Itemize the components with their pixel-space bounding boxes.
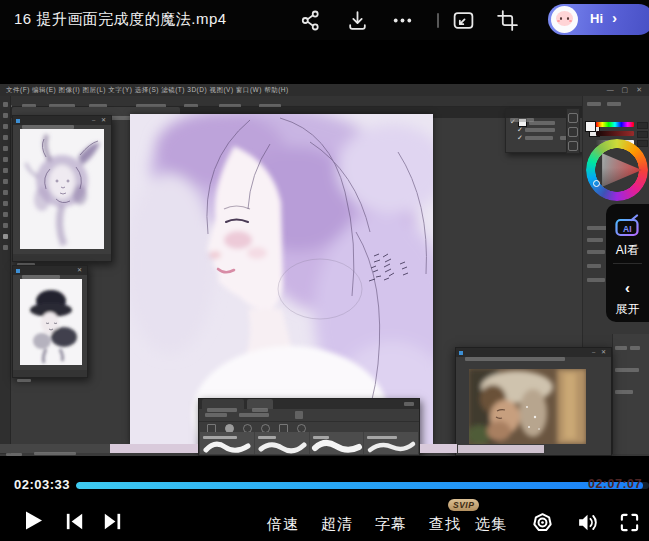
- checkmark-icon[interactable]: ✓: [517, 134, 523, 141]
- ps-status-bar: [0, 444, 110, 453]
- download-icon[interactable]: [346, 9, 369, 32]
- toolbar-separator: [437, 13, 439, 28]
- pip-icon[interactable]: [452, 9, 475, 32]
- brush-preset[interactable]: [255, 432, 310, 454]
- brush-preset[interactable]: [310, 432, 365, 454]
- episodes-button[interactable]: 选集: [475, 515, 507, 534]
- side-overlay-panel: AI AI看 ‹ 展开: [606, 204, 649, 322]
- chevron-right-icon: ›: [612, 9, 617, 26]
- ai-view-label: AI看: [606, 242, 649, 259]
- previous-button[interactable]: [63, 510, 86, 533]
- next-button[interactable]: [101, 510, 124, 533]
- top-bar: 16 提升画面完成度的魔法.mp4: [0, 0, 649, 40]
- ai-view-button[interactable]: AI AI看: [606, 204, 649, 259]
- ai-camera-icon: AI: [614, 214, 642, 238]
- window-status-bar: [13, 254, 111, 261]
- ps-floating-window-sketch1[interactable]: – ✕: [12, 115, 112, 262]
- quality-button[interactable]: 超清: [321, 515, 353, 534]
- crop-icon[interactable]: [496, 9, 519, 32]
- ps-main-canvas-artwork[interactable]: [130, 114, 433, 444]
- window-title-bar[interactable]: ✕: [13, 266, 87, 275]
- close-icon[interactable]: – ✕: [92, 116, 108, 125]
- speed-button[interactable]: 倍速: [267, 515, 299, 534]
- share-icon[interactable]: [299, 9, 322, 32]
- ps-floating-window-sketch2[interactable]: ✕: [12, 265, 88, 378]
- progress-fill[interactable]: [76, 482, 643, 489]
- current-time: 02:03:33: [14, 477, 70, 492]
- more-icon[interactable]: [391, 9, 414, 32]
- eye-icon[interactable]: [531, 511, 554, 534]
- ps-layers-panel[interactable]: [612, 334, 649, 454]
- status-strip-segment: [420, 444, 457, 453]
- hue-slider[interactable]: [596, 122, 634, 127]
- volume-icon[interactable]: [576, 511, 599, 534]
- slider-value-box[interactable]: [637, 122, 648, 129]
- video-title: 16 提升画面完成度的魔法.mp4: [14, 10, 227, 29]
- red-channel-slider[interactable]: [596, 131, 634, 136]
- ps-menu-bar: 文件(F) 编辑(E) 图像(I) 图层(L) 文字(Y) 选择(S) 滤镜(T…: [0, 84, 649, 96]
- video-player: 16 提升画面完成度的魔法.mp4: [0, 0, 649, 541]
- hue-cursor[interactable]: [593, 180, 600, 187]
- ps-window-controls: — ▢ ✕: [607, 84, 645, 96]
- slider-value-box[interactable]: [637, 131, 648, 138]
- mascot-avatar: [551, 6, 578, 33]
- window-status-bar: [13, 370, 87, 377]
- ps-brush-panel[interactable]: [198, 398, 420, 456]
- creature-sketch: [20, 129, 104, 249]
- svg-text:AI: AI: [623, 224, 632, 234]
- brush-tab[interactable]: [247, 399, 273, 409]
- play-button[interactable]: [20, 508, 45, 533]
- fullscreen-icon[interactable]: [619, 512, 640, 533]
- brush-preset-list[interactable]: [200, 432, 418, 454]
- subtitles-button[interactable]: 字幕: [375, 515, 407, 534]
- ps-toolbar: [0, 96, 11, 454]
- ps-floating-window-photo[interactable]: – ✕: [455, 347, 612, 456]
- expand-label: 展开: [606, 301, 649, 318]
- portrait-painting: [130, 114, 433, 444]
- hat-character-sketch: [20, 279, 82, 365]
- close-icon[interactable]: – ✕: [592, 348, 608, 357]
- total-duration: 02:07:07: [588, 477, 642, 491]
- window-title-bar[interactable]: – ✕: [456, 348, 611, 357]
- expand-button[interactable]: ‹ 展开: [606, 259, 649, 318]
- find-button[interactable]: 查找: [429, 515, 461, 534]
- ps-options-bar: [0, 96, 649, 107]
- ps-menu-text: 文件(F) 编辑(E) 图像(I) 图层(L) 文字(Y) 选择(S) 滤镜(T…: [6, 86, 289, 93]
- status-strip-segment: [110, 444, 198, 453]
- brush-preset[interactable]: [364, 432, 418, 454]
- svip-badge[interactable]: SVIP: [448, 499, 479, 511]
- ps-color-wheel[interactable]: [586, 139, 648, 201]
- progress-bar[interactable]: [76, 482, 649, 489]
- chevron-left-icon: ‹: [606, 281, 649, 295]
- window-title-bar[interactable]: – ✕: [13, 116, 111, 125]
- ps-collapsed-panel-strip[interactable]: [566, 108, 580, 154]
- assistant-greeting: Hi: [590, 11, 603, 26]
- checkmark-icon[interactable]: ✓: [517, 126, 523, 133]
- brush-preset[interactable]: [200, 432, 255, 454]
- ps-foreground-color-swatch[interactable]: [585, 121, 596, 132]
- brush-settings-tab[interactable]: [202, 399, 244, 409]
- assistant-avatar-button[interactable]: Hi ›: [548, 4, 649, 35]
- window-status-bar: [458, 445, 544, 453]
- reference-photo: [469, 369, 586, 444]
- close-icon[interactable]: ✕: [77, 266, 84, 275]
- video-frame-photoshop[interactable]: 文件(F) 编辑(E) 图像(I) 图层(L) 文字(Y) 选择(S) 滤镜(T…: [0, 84, 649, 456]
